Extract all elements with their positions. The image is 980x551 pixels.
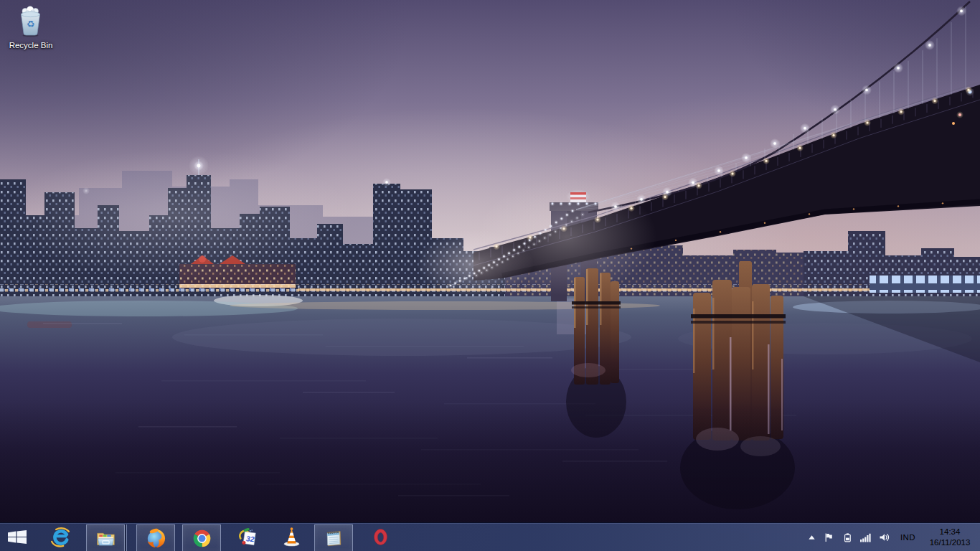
clock-time: 14:34 (930, 527, 971, 537)
desktop-icon-recycle-bin[interactable]: ♻ Recycle Bin (3, 4, 59, 50)
opera-icon (369, 526, 392, 548)
taskbar-clock[interactable]: 14:34 16/11/2013 (925, 527, 974, 547)
taskbar-app-notepad[interactable] (314, 524, 353, 551)
notepad-icon (323, 527, 345, 550)
language-indicator[interactable]: IND (900, 533, 915, 542)
taskbar-app-chrome[interactable] (182, 524, 221, 551)
system-tray: IND 14:34 16/11/2013 (806, 523, 980, 551)
wallpaper-bridge (473, 1, 980, 301)
wallpaper-fog (4, 149, 656, 298)
wallpaper-image (0, 0, 980, 551)
internet-explorer-icon (50, 526, 72, 548)
legacy-app-32-icon: 32 (237, 527, 259, 548)
action-center-button[interactable] (824, 532, 835, 543)
show-hidden-icons-button[interactable] (806, 532, 817, 542)
recycle-bin-icon: ♻ (14, 4, 47, 37)
volume-button[interactable] (878, 532, 890, 543)
wallpaper-water (0, 295, 980, 551)
network-status-button[interactable] (859, 532, 872, 543)
wallpaper-pier-pilings (566, 261, 795, 509)
taskbar-app-legacy-32[interactable]: 32 (232, 523, 264, 551)
clock-date: 16/11/2013 (930, 537, 971, 548)
desktop-icon-label: Recycle Bin (3, 41, 59, 50)
desktop[interactable]: ♻ Recycle Bin (0, 0, 980, 551)
battery-status-button[interactable] (842, 532, 853, 543)
taskbar-app-internet-explorer[interactable] (44, 523, 76, 551)
taskbar-pinned-apps: 32 (34, 523, 396, 551)
taskbar-app-vlc[interactable] (275, 523, 307, 551)
speaker-icon (878, 532, 890, 543)
wallpaper-bridge-lights (43, 6, 973, 496)
chrome-icon (191, 527, 213, 550)
svg-text:♻: ♻ (27, 19, 35, 29)
vlc-icon (281, 526, 303, 548)
taskbar: 32 (0, 522, 980, 551)
flag-icon (824, 532, 835, 543)
battery-icon (842, 532, 853, 543)
taskbar-app-file-explorer[interactable] (86, 524, 125, 551)
wallpaper-skyline (0, 156, 980, 300)
chevron-up-icon (806, 532, 817, 542)
taskbar-app-opera[interactable] (364, 523, 396, 551)
file-explorer-icon (95, 527, 117, 550)
bridge-tower (550, 189, 598, 301)
start-button[interactable] (0, 523, 34, 551)
wallpaper-sky (0, 0, 980, 409)
windows-logo-icon (8, 530, 27, 544)
svg-text:32: 32 (246, 534, 255, 543)
taskbar-app-firefox[interactable] (136, 524, 175, 551)
signal-bars-icon (859, 532, 872, 543)
firefox-icon (145, 527, 167, 550)
